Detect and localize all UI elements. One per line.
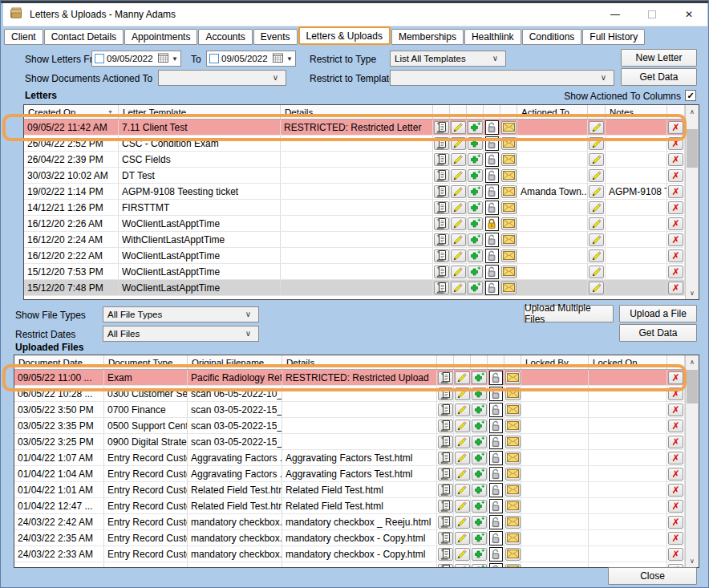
- notes-edit-pencil-icon[interactable]: [589, 249, 604, 262]
- lock-open-icon[interactable]: [489, 499, 503, 513]
- edit-pencil-icon[interactable]: [455, 452, 470, 464]
- email-icon[interactable]: [505, 436, 521, 448]
- notes-edit-pencil-icon[interactable]: [589, 201, 604, 214]
- column-header-blank[interactable]: [667, 105, 685, 119]
- add-icon[interactable]: [472, 484, 487, 497]
- column-header-blank[interactable]: [588, 105, 606, 119]
- add-icon[interactable]: [472, 436, 487, 448]
- edit-pencil-icon[interactable]: [455, 516, 470, 529]
- column-header-icon[interactable]: [433, 105, 450, 119]
- email-icon[interactable]: [501, 249, 517, 262]
- column-header-icon[interactable]: [488, 355, 504, 369]
- notes-edit-pencil-icon[interactable]: [589, 185, 604, 198]
- tab-accounts[interactable]: Accounts: [198, 29, 252, 45]
- lock-open-icon[interactable]: [485, 120, 499, 135]
- uploads-row[interactable]: 03/05/22 3:50 PM0700 Financescan 03-05-2…: [14, 402, 685, 418]
- edit-pencil-icon[interactable]: [451, 137, 466, 150]
- column-header-icon[interactable]: [504, 355, 521, 369]
- add-icon[interactable]: [468, 249, 483, 262]
- add-icon[interactable]: [472, 403, 487, 416]
- email-icon[interactable]: [505, 468, 521, 481]
- delete-x-icon[interactable]: ✗: [668, 185, 683, 198]
- lock-open-icon[interactable]: [489, 547, 503, 562]
- column-header-locked-on[interactable]: Locked On: [589, 355, 667, 369]
- column-header-icon[interactable]: [450, 105, 467, 119]
- uploads-row[interactable]: 01/04/22 1:07 AMEntry Record Custo...Agg…: [14, 450, 685, 466]
- notes-edit-pencil-icon[interactable]: [589, 121, 604, 134]
- notes-edit-pencil-icon[interactable]: [589, 217, 604, 230]
- view-letter-icon[interactable]: [434, 249, 449, 262]
- add-icon[interactable]: [472, 387, 487, 400]
- lock-open-icon[interactable]: [489, 483, 503, 497]
- edit-pencil-icon[interactable]: [451, 249, 466, 262]
- add-icon[interactable]: [468, 217, 483, 230]
- uploads-row[interactable]: 03/05/22 3:25 PM0900 Digital Strategysca…: [14, 434, 685, 450]
- email-icon[interactable]: [505, 420, 521, 432]
- delete-x-icon[interactable]: ✗: [668, 468, 683, 481]
- uploads-row[interactable]: 01/04/22 1:01 AMEntry Record Custo...Rel…: [14, 482, 685, 498]
- view-letter-icon[interactable]: [438, 468, 453, 481]
- view-letter-icon[interactable]: [434, 217, 449, 230]
- locked-icon[interactable]: [485, 217, 499, 231]
- uploads-row[interactable]: 01/04/22 1:04 AMEntry Record Custo...Agg…: [14, 466, 685, 482]
- edit-pencil-icon[interactable]: [455, 500, 470, 513]
- lock-open-icon[interactable]: [489, 403, 503, 417]
- close-window-button[interactable]: ✕: [671, 3, 707, 26]
- delete-x-icon[interactable]: ✗: [668, 403, 683, 416]
- show-actioned-columns-checkbox[interactable]: ✓: [685, 90, 696, 101]
- lock-open-icon[interactable]: [485, 168, 499, 183]
- tab-events[interactable]: Events: [253, 29, 298, 45]
- column-header-icon[interactable]: [454, 355, 471, 369]
- email-icon[interactable]: [501, 201, 517, 214]
- email-icon[interactable]: [505, 403, 521, 416]
- view-letter-icon[interactable]: [434, 282, 449, 294]
- lock-open-icon[interactable]: [489, 531, 503, 545]
- edit-pencil-icon[interactable]: [451, 169, 466, 182]
- edit-pencil-icon[interactable]: [455, 387, 470, 400]
- restrict-dates-dropdown[interactable]: All Files ∨: [103, 326, 259, 342]
- view-letter-icon[interactable]: [438, 436, 453, 448]
- edit-pencil-icon[interactable]: [455, 436, 470, 448]
- add-icon[interactable]: [472, 371, 487, 384]
- delete-x-icon[interactable]: ✗: [668, 217, 683, 230]
- email-icon[interactable]: [501, 282, 517, 294]
- column-header-original-filename[interactable]: Original Filename: [188, 355, 282, 369]
- add-icon[interactable]: [468, 153, 483, 166]
- chevron-down-icon[interactable]: ▼: [172, 55, 178, 63]
- scroll-up-button[interactable]: ∧: [686, 105, 699, 118]
- date-to-field[interactable]: 09/05/2022 ▼: [206, 51, 296, 67]
- view-letter-icon[interactable]: [434, 121, 449, 134]
- edit-pencil-icon[interactable]: [451, 153, 466, 166]
- notes-edit-pencil-icon[interactable]: [589, 137, 604, 150]
- uploads-vertical-scrollbar[interactable]: ∧ ∨: [685, 355, 699, 567]
- lock-open-icon[interactable]: [489, 387, 503, 401]
- column-header-document-type[interactable]: Document Type: [104, 355, 188, 369]
- lock-open-icon[interactable]: [485, 136, 499, 151]
- upload-multiple-files-button[interactable]: Upload Multiple Files: [524, 305, 614, 322]
- email-icon[interactable]: [505, 548, 521, 561]
- edit-pencil-icon[interactable]: [451, 266, 466, 278]
- uploads-row[interactable]: 06/05/22 10:28 ...0300 Customer Ser...sc…: [14, 386, 685, 402]
- lock-open-icon[interactable]: [489, 467, 503, 481]
- column-header-document-date[interactable]: Document Date: [14, 355, 104, 369]
- view-letter-icon[interactable]: [438, 548, 453, 561]
- letters-row[interactable]: 15/12/20 7:53 PMWoClientLastApptTime✗: [24, 264, 685, 280]
- email-icon[interactable]: [501, 153, 517, 166]
- tab-conditions[interactable]: Conditions: [522, 29, 582, 45]
- edit-pencil-icon[interactable]: [455, 548, 470, 561]
- view-letter-icon[interactable]: [434, 169, 449, 182]
- email-icon[interactable]: [501, 233, 517, 246]
- calendar-icon[interactable]: [158, 53, 168, 65]
- view-letter-icon[interactable]: [434, 266, 449, 278]
- column-header-blank[interactable]: [667, 355, 685, 369]
- add-icon[interactable]: [468, 121, 483, 134]
- view-letter-icon[interactable]: [438, 371, 453, 384]
- letters-row[interactable]: 15/12/20 7:48 PMWoClientLastApptTime✗: [24, 280, 685, 296]
- lock-open-icon[interactable]: [485, 265, 499, 279]
- uploads-row[interactable]: 24/03/22 2:42 AMEntry Record Custo...man…: [14, 514, 685, 530]
- tab-healthlink[interactable]: Healthlink: [464, 29, 521, 45]
- letters-row[interactable]: 26/04/22 2:52 PMCSC - Condition Exam✗: [24, 136, 685, 152]
- documents-actioned-dropdown[interactable]: ∨: [158, 70, 286, 86]
- lock-open-icon[interactable]: [485, 152, 499, 167]
- column-header-icon[interactable]: [471, 355, 488, 369]
